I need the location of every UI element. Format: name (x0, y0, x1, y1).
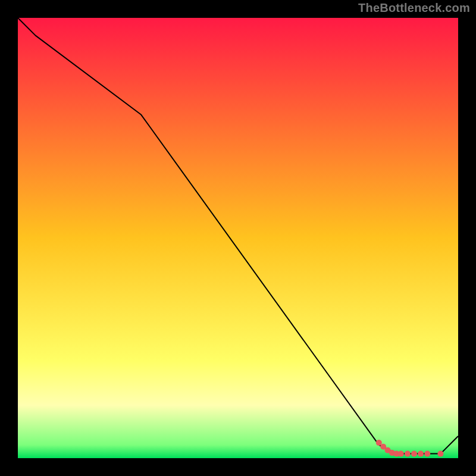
gradient-background (18, 18, 458, 458)
plot-area (18, 18, 458, 458)
chart-svg (18, 18, 458, 458)
chart-frame: TheBottleneck.com (0, 0, 476, 476)
marker-point (418, 451, 424, 457)
marker-point (405, 451, 411, 457)
marker-point (411, 451, 417, 457)
marker-point (424, 451, 430, 457)
marker-point (398, 451, 404, 457)
marker-point (437, 451, 443, 457)
marker-point (376, 440, 382, 446)
watermark-text: TheBottleneck.com (358, 1, 470, 15)
